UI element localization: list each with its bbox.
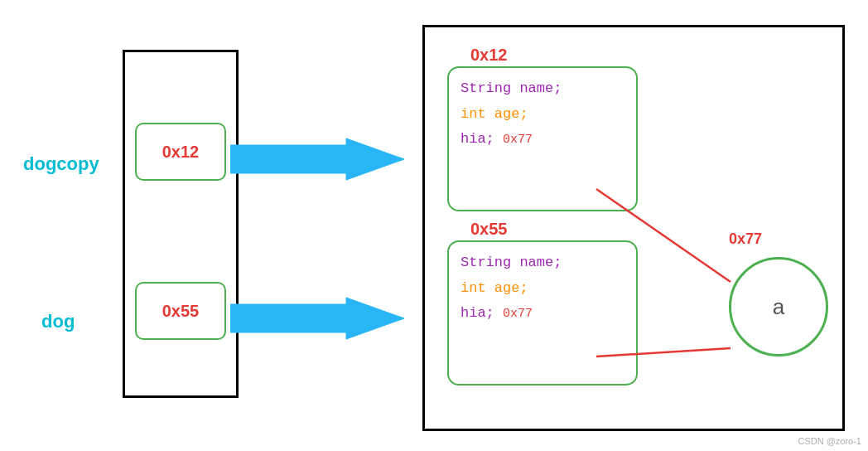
label-dogcopy: dogcopy	[23, 153, 99, 175]
addr-text-bottom: 0x55	[162, 302, 200, 321]
obj-bottom-line2: int age;	[461, 276, 624, 302]
addr-text-top: 0x12	[162, 143, 200, 162]
addr-box-top: 0x12	[135, 123, 226, 181]
obj-bottom-string: String name;	[461, 255, 562, 270]
svg-marker-0	[230, 138, 404, 180]
obj-label-top: 0x12	[470, 46, 508, 65]
label-0x77: 0x77	[729, 230, 762, 248]
obj-box-bottom: String name; int age; hia; 0x77	[447, 240, 638, 386]
arrow-bottom	[230, 296, 404, 346]
obj-top-addr: 0x77	[503, 133, 533, 147]
main-diagram: dogcopy dog 0x12 0x55 0x12 String name; …	[0, 0, 868, 451]
obj-top-hia: hia;	[461, 131, 494, 147]
circle-obj: a	[729, 257, 828, 356]
obj-bottom-int: int age;	[461, 280, 528, 296]
obj-box-top: String name; int age; hia; 0x77	[447, 66, 638, 211]
label-dog: dog	[41, 311, 75, 332]
stack-box	[123, 50, 239, 398]
obj-top-string: String name;	[461, 80, 562, 96]
obj-label-bottom: 0x55	[470, 220, 508, 239]
addr-box-bottom: 0x55	[135, 282, 226, 340]
obj-top-line2: int age;	[461, 102, 624, 128]
svg-marker-1	[230, 298, 404, 339]
obj-bottom-line3: hia; 0x77	[461, 301, 624, 327]
obj-top-line3: hia; 0x77	[461, 127, 624, 153]
watermark: CSDN @zoro-1	[798, 436, 861, 446]
obj-bottom-line1: String name;	[461, 250, 624, 276]
obj-top-line1: String name;	[461, 76, 624, 102]
arrow-top	[230, 137, 404, 187]
obj-top-int: int age;	[461, 106, 528, 122]
obj-bottom-hia: hia;	[461, 305, 494, 321]
circle-label: a	[773, 294, 784, 320]
obj-bottom-addr: 0x77	[503, 307, 533, 321]
